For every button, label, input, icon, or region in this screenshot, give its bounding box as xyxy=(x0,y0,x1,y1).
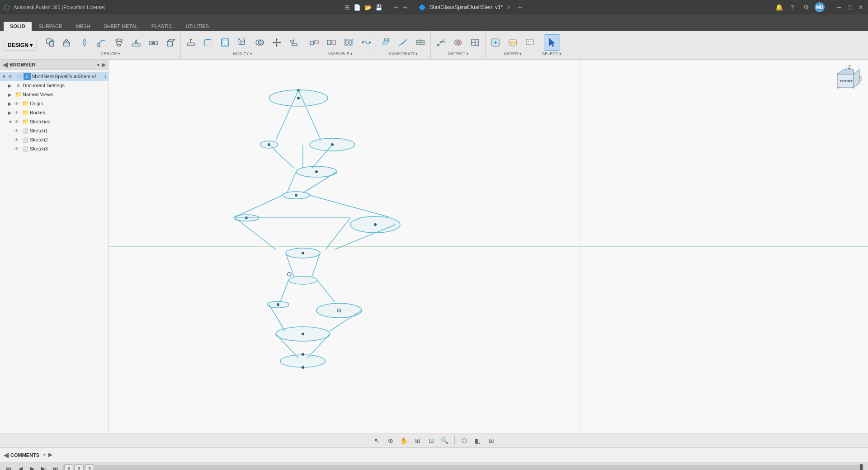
browser-options-icon[interactable]: ● xyxy=(97,62,100,68)
eye-sketch1[interactable]: 👁 xyxy=(14,128,21,133)
press-pull-btn[interactable] xyxy=(183,34,199,51)
minimize-btn[interactable]: ─ xyxy=(835,4,843,11)
add-tab-icon[interactable]: ＋ xyxy=(516,3,524,12)
insert-svg-btn[interactable]: SVG xyxy=(505,34,521,51)
tab-solid[interactable]: SOLID xyxy=(4,22,32,31)
combine-btn[interactable] xyxy=(251,34,268,51)
notifications-icon[interactable]: 🔔 xyxy=(774,2,784,12)
maximize-btn[interactable]: □ xyxy=(846,4,854,11)
user-avatar[interactable]: MB xyxy=(815,2,825,12)
section-analysis-btn[interactable] xyxy=(467,34,483,51)
origin-pivot-btn[interactable]: ⊕ xyxy=(385,435,396,446)
tab-sheet-metal[interactable]: SHEET METAL xyxy=(97,22,144,31)
viewport[interactable]: .sk { stroke: #5bb8d4; stroke-width: 1.5… xyxy=(108,60,868,433)
cursor-btn[interactable]: ↖ xyxy=(371,435,383,446)
comments-expand-icon[interactable]: ▶ xyxy=(48,452,52,458)
save-icon[interactable]: 💾 xyxy=(375,4,382,11)
browser-collapse-icon[interactable]: ◀ xyxy=(3,61,8,68)
tab-surface[interactable]: SURFACE xyxy=(33,22,69,31)
zoom-window-btn[interactable]: ⊞ xyxy=(412,435,424,446)
hand-btn[interactable]: ✋ xyxy=(398,435,410,446)
inspect-label[interactable]: INSPECT ▾ xyxy=(448,52,468,56)
loft-btn[interactable] xyxy=(111,34,127,51)
offset-plane-btn[interactable] xyxy=(378,34,394,51)
tree-item-sketch2[interactable]: 👁 ⬜ Sketch2 xyxy=(0,135,108,144)
info-icon[interactable]: ℹ xyxy=(104,74,106,79)
tl-marker-1[interactable]: S xyxy=(64,464,73,470)
tl-first-btn[interactable]: ⏮ xyxy=(4,464,14,470)
tab-utilities[interactable]: UTILITIES xyxy=(179,22,215,31)
joint-btn[interactable] xyxy=(306,34,322,51)
box-btn[interactable] xyxy=(162,34,179,51)
sweep-btn[interactable] xyxy=(94,34,110,51)
eye-sketch2[interactable]: 👁 xyxy=(14,137,21,142)
extrude-btn[interactable] xyxy=(59,34,75,51)
help-icon[interactable]: ? xyxy=(788,2,797,12)
tl-marker-3[interactable]: S xyxy=(85,464,94,470)
assemble-label[interactable]: ASSEMBLE ▾ xyxy=(327,52,353,56)
tl-last-btn[interactable]: ⏭ xyxy=(51,464,61,470)
insert-mcad-btn[interactable] xyxy=(487,34,504,51)
tree-item-sketches[interactable]: ▼ 👁 📁 Sketches xyxy=(0,117,108,126)
eye-bodies[interactable]: 👁 xyxy=(14,110,21,115)
revolve-btn[interactable] xyxy=(76,34,93,51)
tl-next-btn[interactable]: ▶| xyxy=(39,464,49,470)
rib-btn[interactable] xyxy=(128,34,144,51)
shell-btn[interactable] xyxy=(217,34,233,51)
select-btn[interactable] xyxy=(544,34,560,51)
construct-label[interactable]: CONSTRUCT ▾ xyxy=(389,52,418,56)
browser-expand-icon[interactable]: ▶ xyxy=(102,62,105,68)
interference-btn[interactable] xyxy=(450,34,466,51)
design-dropdown[interactable]: DESIGN ▾ xyxy=(4,40,37,51)
grid-icon[interactable]: ⊞ xyxy=(344,4,350,11)
fillet-btn[interactable] xyxy=(200,34,216,51)
settings-icon[interactable]: ⚙ xyxy=(801,2,811,12)
tl-marker-2[interactable]: S xyxy=(75,464,84,470)
zoom-fit-btn[interactable]: ⊡ xyxy=(425,435,437,446)
new-file-icon[interactable]: 📄 xyxy=(354,4,361,11)
eye-sketches[interactable]: 👁 xyxy=(14,119,21,124)
new-component-btn[interactable] xyxy=(42,34,58,51)
tree-item-root[interactable]: ▼ 👁 ⬡ C ShotGlassSpiralDualIStem v1 ℹ xyxy=(0,72,108,81)
visual-style-btn[interactable]: ◧ xyxy=(472,435,484,446)
create-label[interactable]: CREATE ▾ xyxy=(101,52,120,56)
eye-root[interactable]: 👁 xyxy=(8,74,14,79)
midplane-btn[interactable] xyxy=(412,34,429,51)
select-label[interactable]: SELECT ▾ xyxy=(542,52,561,56)
comments-collapse-icon[interactable]: ◀ xyxy=(4,451,9,459)
scale-btn[interactable] xyxy=(234,34,250,51)
tree-item-origin[interactable]: ▶ 👁 📁 Origin xyxy=(0,99,108,108)
tl-play-btn[interactable]: ▶ xyxy=(27,464,37,470)
plane-angle-btn[interactable] xyxy=(395,34,411,51)
align-btn[interactable] xyxy=(286,34,302,51)
eye-origin[interactable]: 👁 xyxy=(14,101,21,106)
tree-item-sketch1[interactable]: 👁 ⬜ Sketch1 xyxy=(0,126,108,135)
hole-btn[interactable] xyxy=(145,34,161,51)
insert-label[interactable]: INSERT ▾ xyxy=(504,52,522,56)
display-settings-btn[interactable]: ⬡ xyxy=(458,435,470,446)
grid-snap-btn[interactable]: ⊞ xyxy=(486,435,497,446)
modify-label[interactable]: MODIFY ▾ xyxy=(233,52,252,56)
insert-canvas-btn[interactable] xyxy=(522,34,538,51)
redo-icon[interactable]: ↪ xyxy=(402,4,407,11)
move-btn[interactable] xyxy=(269,34,285,51)
magnify-btn[interactable]: 🔍 xyxy=(439,435,451,446)
tree-item-bodies[interactable]: ▶ 👁 📁 Bodies xyxy=(0,108,108,117)
as-built-joint-btn[interactable] xyxy=(323,34,340,51)
tl-prev-btn[interactable]: ◀ xyxy=(15,464,25,470)
tree-item-doc-settings[interactable]: ▶ ⚙ Document Settings xyxy=(0,81,108,90)
tree-item-named-views[interactable]: ▶ 📁 Named Views xyxy=(0,90,108,99)
tl-end-marker[interactable] xyxy=(860,464,863,470)
eye-sketch3[interactable]: 👁 xyxy=(14,146,21,151)
tree-item-sketch3[interactable]: 👁 ⬜ Sketch3 xyxy=(0,144,108,153)
close-doc-icon[interactable]: ✕ xyxy=(506,4,511,10)
tab-mesh[interactable]: MESH xyxy=(70,22,97,31)
measure-btn[interactable]: mm xyxy=(433,34,449,51)
undo-icon[interactable]: ↩ xyxy=(394,4,399,11)
open-icon[interactable]: 📂 xyxy=(364,4,372,11)
motion-link-btn[interactable] xyxy=(358,34,374,51)
tab-plastic[interactable]: PLASTIC xyxy=(145,22,179,31)
viewcube[interactable]: Z X FRONT xyxy=(831,65,863,97)
close-btn[interactable]: ✕ xyxy=(857,4,864,11)
rigid-group-btn[interactable] xyxy=(340,34,357,51)
